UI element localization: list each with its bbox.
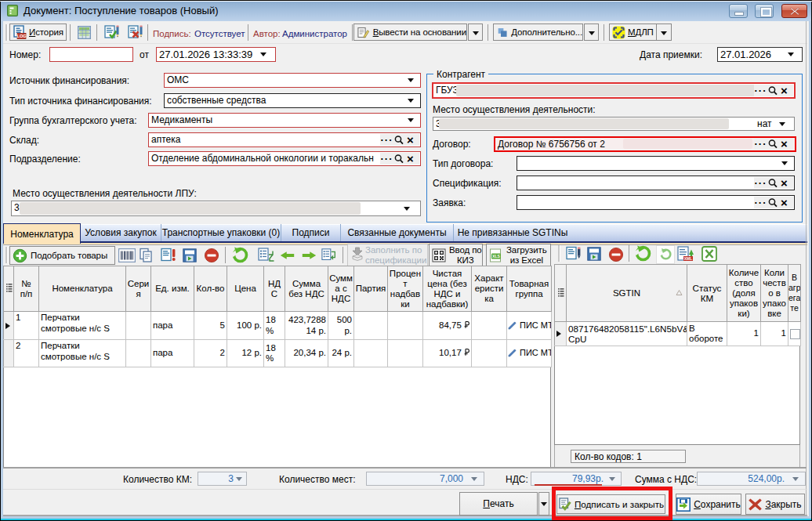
svg-text:XML: XML — [684, 256, 693, 261]
svg-text:LOG: LOG — [17, 34, 27, 38]
svg-text:XLS: XLS — [492, 253, 500, 258]
